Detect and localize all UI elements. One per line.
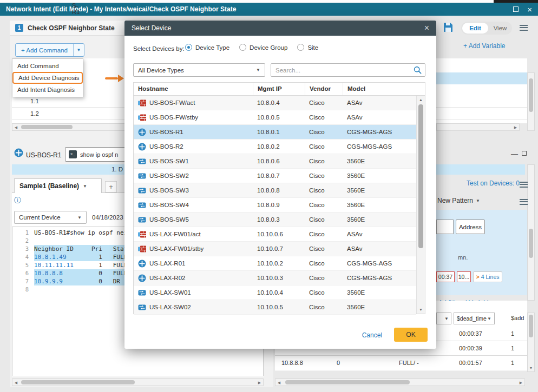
scroll-left-icon[interactable]: ◀ <box>12 124 19 130</box>
menu-item-add-intent-diagnosis[interactable]: Add Intent Diagnosis <box>12 84 83 96</box>
radio-site[interactable]: Site <box>297 44 318 51</box>
add-command-menu: Add CommandAdd Device DiagnosisAdd Inten… <box>12 58 83 97</box>
device-row-us-bos-r2[interactable]: US-BOS-R210.8.0.2CiscoCGS-MGS-AGS <box>134 139 416 154</box>
device-row-us-lax-r02[interactable]: US-LAX-R0210.10.0.3CiscoCGS-MGS-AGS <box>134 271 416 285</box>
device-row-us-bos-sw2[interactable]: US-BOS-SW210.8.0.7Cisco3560E <box>134 169 416 183</box>
modal-header[interactable]: Select Device × <box>124 21 436 36</box>
add-command-button[interactable]: + Add Command ▼ <box>15 43 84 57</box>
table-row <box>436 95 527 108</box>
menu-icon[interactable] <box>520 197 528 206</box>
expand-lines-button[interactable]: > 4 Lines <box>473 271 502 282</box>
minimize-icon[interactable]: — <box>511 150 518 157</box>
switch-icon <box>138 304 146 310</box>
cancel-button[interactable]: Cancel <box>362 331 382 339</box>
scroll-left-icon[interactable]: ◀ <box>12 380 19 386</box>
device-row-us-lax-sw01[interactable]: US-LAX-SW0110.10.0.4Cisco3560E <box>134 285 416 300</box>
hidden-device-row-fragment: S-R1 <box>72 2 80 15</box>
close-icon[interactable]: × <box>527 5 532 14</box>
radio-group: Device TypeDevice GroupSite <box>185 44 318 51</box>
device-row-us-bos-sw3[interactable]: US-BOS-SW310.8.0.8Cisco3560E <box>134 183 416 198</box>
vertical-scrollbar: ▲ ▼ <box>416 96 425 314</box>
address-button[interactable]: Address <box>456 220 485 234</box>
vendor-cell: Cisco <box>305 187 343 194</box>
vertical-scrollbar <box>527 72 535 131</box>
scroll-up-icon[interactable]: ▲ <box>417 96 425 103</box>
hostname-cell: US-BOS-SW1 <box>149 158 189 164</box>
device-row-us-bos-sw5[interactable]: US-BOS-SW510.8.0.3Cisco3560E <box>134 212 416 227</box>
tab-label: Sample1 (Baseline) <box>19 182 79 190</box>
scroll-right-icon[interactable]: ▶ <box>517 380 524 386</box>
command-input[interactable]: >_ show ip ospf n <box>65 147 126 162</box>
scrollbar-thumb[interactable] <box>21 125 73 129</box>
switch-icon <box>138 158 146 164</box>
device-row-us-bos-sw1[interactable]: US-BOS-SW110.8.0.6Cisco3560E <box>134 154 416 169</box>
scroll-right-icon[interactable]: ▶ <box>256 380 263 386</box>
chevron-down-icon: ▼ <box>476 198 480 203</box>
search-input[interactable] <box>271 63 425 77</box>
scroll-left-icon[interactable]: ◀ <box>275 380 283 386</box>
radio-device-group[interactable]: Device Group <box>239 44 287 51</box>
scrollbar-thumb[interactable] <box>418 104 423 248</box>
column-header-model[interactable]: Model <box>343 83 416 95</box>
search-icon[interactable] <box>414 66 422 76</box>
device-row-us-bos-fw-act[interactable]: US-BOS-FW/act10.8.0.4CiscoASAv <box>134 96 416 110</box>
scroll-down-icon[interactable]: ▼ <box>528 365 534 371</box>
menu-item-add-command[interactable]: Add Command <box>12 60 83 72</box>
menu-icon[interactable] <box>520 180 528 189</box>
toggle-edit[interactable]: Edit <box>462 23 488 34</box>
highlighted-value-chip: 00:37 <box>436 271 455 282</box>
scrollbar-thumb[interactable] <box>529 229 533 258</box>
new-pattern-label: New Pattern <box>437 197 473 204</box>
column-header-mgmt-ip[interactable]: Mgmt IP <box>253 83 305 95</box>
test-on-devices-link[interactable]: Test on Devices: 0 <box>467 180 520 187</box>
mgmt-ip-cell: 10.8.0.6 <box>253 158 305 164</box>
current-device-select[interactable]: Current Device ▼ <box>14 211 87 224</box>
vendor-cell: Cisco <box>305 260 343 267</box>
device-row-us-lax-fw01-stby[interactable]: US-LAX-FW01/stby10.10.0.7CiscoASAv <box>134 242 416 256</box>
scrollbar-thumb[interactable] <box>285 380 410 384</box>
capture-date: 04/18/2023 <box>92 214 123 221</box>
toggle-view[interactable]: View <box>488 25 512 31</box>
device-type-filter-select[interactable]: All Device Types ▼ <box>133 63 265 77</box>
device-row-us-bos-sw4[interactable]: US-BOS-SW410.8.0.9Cisco3560E <box>134 198 416 212</box>
restore-icon[interactable] <box>522 151 527 156</box>
device-row-us-lax-sw02[interactable]: US-LAX-SW0210.10.0.5Cisco3560E <box>134 300 416 315</box>
scrollbar-thumb[interactable] <box>529 315 533 337</box>
scrollbar-thumb[interactable] <box>21 380 135 384</box>
chevron-down-icon[interactable]: ▼ <box>73 44 84 56</box>
switch-icon <box>138 173 146 179</box>
ok-button[interactable]: OK <box>394 328 428 342</box>
mgmt-ip-cell: 10.10.0.4 <box>253 289 305 296</box>
dead-time-variable-value: $dead_time <box>457 315 487 322</box>
tab-sample1-baseline[interactable]: Sample1 (Baseline) ▼ <box>14 178 102 193</box>
menu-icon[interactable] <box>520 23 528 32</box>
device-row-us-lax-fw01-act[interactable]: US-LAX-FW01/act10.10.0.6CiscoASAv <box>134 227 416 242</box>
device-row-us-lax-r01[interactable]: US-LAX-R0110.10.0.2CiscoCGS-MGS-AGS <box>134 256 416 271</box>
column-header-vendor[interactable]: Vendor <box>305 83 343 95</box>
add-tab-button[interactable]: + <box>105 181 117 192</box>
device-row-us-bos-fw-stby[interactable]: US-BOS-FW/stby10.8.0.5CiscoASAv <box>134 110 416 125</box>
scroll-down-icon[interactable]: ▼ <box>417 306 425 313</box>
hostname-cell: US-LAX-FW01/stby <box>149 245 204 252</box>
scrollbar-thumb[interactable] <box>529 78 533 112</box>
variable-select-fragment[interactable]: ▼ <box>436 313 451 324</box>
chevron-down-icon[interactable]: ▼ <box>83 184 87 189</box>
edit-view-toggle[interactable]: Edit View <box>461 22 512 35</box>
cell-count: 1 <box>511 330 514 337</box>
dead-time-variable-select[interactable]: $dead_time ▼ <box>454 313 495 324</box>
model-cell: 3560E <box>343 304 416 310</box>
save-icon[interactable] <box>443 22 454 34</box>
cell-dead-time: 00:01:57 <box>459 360 482 366</box>
close-icon[interactable]: × <box>424 24 429 32</box>
device-row-us-bos-r1[interactable]: US-BOS-R110.8.0.1CiscoCGS-MGS-AGS <box>134 125 416 139</box>
device-name-label: US-BOS-R1 <box>26 151 61 159</box>
scroll-right-icon[interactable]: ▶ <box>512 124 519 130</box>
info-icon[interactable]: ⓘ <box>14 197 21 204</box>
column-header-hostname[interactable]: Hostname <box>134 83 253 95</box>
new-pattern-dropdown[interactable]: New Pattern ▼ <box>437 197 480 204</box>
maximize-icon[interactable] <box>513 6 519 12</box>
mgmt-ip-cell: 10.10.0.6 <box>253 231 305 237</box>
radio-device-type[interactable]: Device Type <box>185 44 229 51</box>
add-variable-link[interactable]: + Add Variable <box>463 42 506 50</box>
menu-item-add-device-diagnosis[interactable]: Add Device Diagnosis <box>12 72 83 84</box>
